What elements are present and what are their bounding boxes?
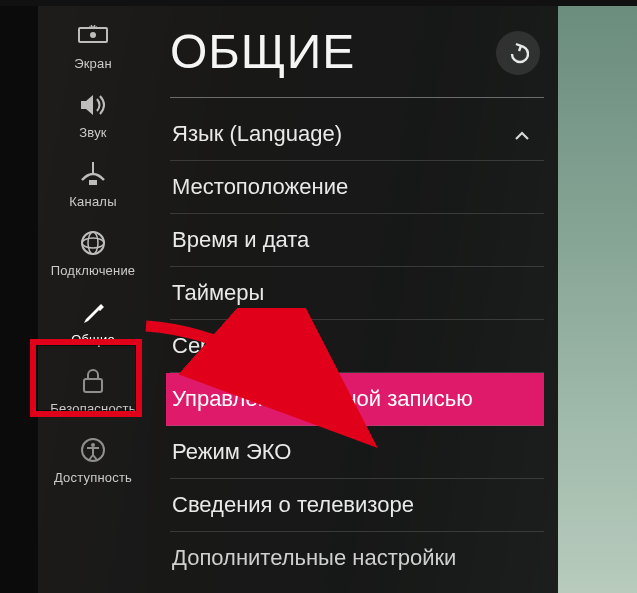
menu-item-timers[interactable]: Таймеры xyxy=(170,267,544,320)
svg-point-1 xyxy=(90,32,96,38)
menu-item-label: Дополнительные настройки xyxy=(172,545,456,571)
sidebar-item-label: Звук xyxy=(79,125,106,140)
svg-point-4 xyxy=(82,232,104,254)
settings-screen: Экран Звук Каналы Подключение Общие xyxy=(38,6,558,593)
sidebar-item-connection[interactable]: Подключение xyxy=(38,217,148,286)
menu-item-label: Местоположение xyxy=(172,174,348,200)
svg-rect-7 xyxy=(84,379,102,392)
divider xyxy=(170,97,544,98)
sidebar-item-label: Подключение xyxy=(51,263,136,278)
connection-icon xyxy=(79,227,107,259)
svg-rect-3 xyxy=(89,180,97,185)
sidebar-item-sound[interactable]: Звук xyxy=(38,79,148,148)
sidebar-item-label: Безопасность xyxy=(50,401,135,416)
sidebar-item-accessibility[interactable]: Доступность xyxy=(38,424,148,493)
menu-item-advanced-settings[interactable]: Дополнительные настройки xyxy=(170,532,544,584)
menu-item-ai-service[interactable]: Сервис AI xyxy=(170,320,544,373)
svg-point-9 xyxy=(91,443,95,447)
sidebar: Экран Звук Каналы Подключение Общие xyxy=(38,6,148,593)
menu-item-language[interactable]: Язык (Language) xyxy=(170,108,544,161)
main-panel: ОБЩИЕ Язык (Language) Местоположение Вре… xyxy=(148,6,558,593)
sidebar-item-label: Доступность xyxy=(54,470,132,485)
menu-item-label: Время и дата xyxy=(172,227,309,253)
channels-icon xyxy=(78,158,108,190)
menu-item-label: Таймеры xyxy=(172,280,264,306)
sidebar-item-label: Экран xyxy=(74,56,112,71)
menu-item-label: Язык (Language) xyxy=(172,121,342,147)
back-button[interactable] xyxy=(496,31,540,75)
security-icon xyxy=(81,365,105,397)
sidebar-item-label: Каналы xyxy=(69,194,116,209)
menu-item-label: Управление учетной записью xyxy=(172,386,473,412)
menu-item-location[interactable]: Местоположение xyxy=(170,161,544,214)
svg-point-6 xyxy=(88,232,98,254)
chevron-up-icon xyxy=(514,121,530,147)
sidebar-item-screen[interactable]: Экран xyxy=(38,10,148,79)
menu-item-time-date[interactable]: Время и дата xyxy=(170,214,544,267)
general-icon xyxy=(80,296,106,328)
menu-item-tv-info[interactable]: Сведения о телевизоре xyxy=(170,479,544,532)
sidebar-item-label: Общие xyxy=(71,332,115,347)
sidebar-item-channels[interactable]: Каналы xyxy=(38,148,148,217)
menu-item-label: Режим ЭКО xyxy=(172,439,291,465)
back-icon xyxy=(507,42,529,64)
accessibility-icon xyxy=(80,434,106,466)
sound-icon xyxy=(78,89,108,121)
menu-item-label: Сервис AI xyxy=(172,333,274,359)
screen-icon xyxy=(78,20,108,52)
sidebar-item-security[interactable]: Безопасность xyxy=(38,355,148,424)
page-title: ОБЩИЕ xyxy=(170,24,355,79)
menu-item-eco-mode[interactable]: Режим ЭКО xyxy=(170,426,544,479)
settings-menu: Язык (Language) Местоположение Время и д… xyxy=(170,108,558,584)
menu-item-label: Сведения о телевизоре xyxy=(172,492,414,518)
sidebar-item-general[interactable]: Общие xyxy=(38,286,148,355)
menu-item-account-management[interactable]: Управление учетной записью xyxy=(166,373,544,426)
svg-point-5 xyxy=(82,238,104,248)
